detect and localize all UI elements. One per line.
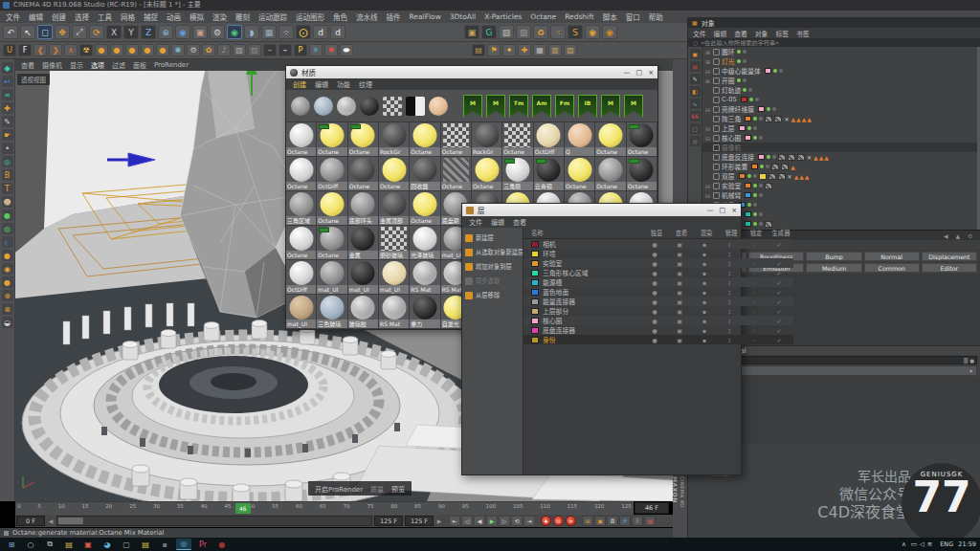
toolbar-icon-team-render[interactable]: ◉ — [227, 25, 242, 39]
layer-toggle-锁定[interactable]: ◦ — [742, 260, 767, 267]
layer-toggle-生成器[interactable]: ✓ — [767, 241, 791, 248]
material-swatch[interactable]: Octane — [348, 122, 379, 157]
material-swatch[interactable]: RockGr — [472, 122, 502, 157]
dope-sheet[interactable]: ⠿ — [632, 516, 643, 526]
layer-toggle-渲染[interactable]: ▪ — [692, 270, 717, 276]
transport-goto-end[interactable]: ⇥ — [523, 516, 535, 526]
menu-文件[interactable]: 文件 — [6, 11, 20, 22]
menu-运动图形[interactable]: 运动图形 — [296, 11, 324, 22]
object-search-row[interactable]: ○ «在此输入你所搜索的字符串» — [688, 38, 980, 47]
object-visibility-dot-render[interactable] — [743, 78, 746, 82]
toolbar-icon-star[interactable]: ✦ — [502, 44, 516, 56]
toolbar-icon-egg[interactable]: ⬬ — [340, 44, 353, 56]
material-swatch[interactable]: 底部环头 — [348, 191, 379, 226]
bookmark-flag-3[interactable]: Tm — [509, 95, 528, 118]
tray-caret-icon[interactable]: ∧ — [902, 540, 906, 548]
layer-toggle-渲染[interactable]: ▪ — [692, 260, 717, 267]
timeline-ruler[interactable]: 0510152025303540455055606570758085909510… — [15, 501, 634, 515]
taskbar-app-dark[interactable]: ▪ — [157, 539, 172, 550]
layer-toggle-锁定[interactable]: ◦ — [742, 318, 767, 324]
layer-toggle-管理[interactable]: ⁒ — [717, 279, 742, 286]
material-menu-功能[interactable]: 功能 — [337, 79, 350, 89]
object-visibility-dot-render[interactable] — [772, 107, 776, 111]
toolbar-icon-render-picture-viewer[interactable]: ▣ — [192, 25, 208, 39]
object-expander[interactable]: ⊟ — [704, 183, 711, 189]
object-visibility-dot-editor[interactable] — [753, 117, 757, 121]
layer-toggle-生成器[interactable]: ✓ — [767, 298, 791, 305]
object-visibility-dot-render[interactable] — [759, 222, 763, 226]
wave-logo[interactable]: ∿ — [690, 99, 701, 109]
tray-icon-3[interactable]: ≋ — [927, 540, 932, 548]
material-swatch[interactable]: mat_UI — [317, 260, 347, 295]
toolbar-icon-key-f[interactable]: F — [18, 44, 32, 56]
viewport-menu-选项[interactable]: 选项 — [91, 60, 104, 70]
bookmark-flag-7[interactable]: M — [601, 95, 620, 118]
material-swatch[interactable]: OctDiff — [534, 122, 565, 157]
toolbar-icon-plus[interactable]: ✚ — [518, 44, 531, 56]
object-visibility-dot-editor[interactable] — [753, 136, 757, 140]
close-button[interactable]: × — [648, 69, 654, 77]
toolbar-icon-gear[interactable]: ⚙ — [187, 44, 200, 56]
material-swatch[interactable]: mat_UI — [286, 295, 317, 329]
material-swatch[interactable]: Octane — [317, 122, 347, 157]
toolbar-icon-orange-tool-2[interactable]: ● — [110, 44, 123, 56]
tool-loop-tool[interactable]: ∞ — [2, 89, 13, 100]
texture-tag[interactable] — [778, 154, 786, 161]
layer-toggle-生成器[interactable]: ✓ — [767, 308, 791, 315]
object-visibility-dot-editor[interactable] — [753, 184, 757, 187]
tool-green-ring[interactable]: ◍ — [2, 223, 13, 234]
material-swatch[interactable]: RS Mat — [379, 295, 410, 329]
layer-toggle-独显[interactable]: ● — [642, 298, 667, 305]
object-row-中级心能量体[interactable]: ⊟中级心能量体 — [702, 66, 980, 76]
toolbar-icon-scale[interactable]: ⤢ — [72, 25, 87, 39]
object-visibility-dot-render[interactable] — [753, 126, 757, 130]
layer-row-相机[interactable]: 相机●▣▪⁒◦✓ — [523, 239, 793, 249]
material-swatch[interactable]: 金属 — [348, 226, 379, 260]
taskbar-cinema4d[interactable]: ◎ — [176, 539, 191, 550]
layer-toggle-管理[interactable]: ⁒ — [717, 260, 742, 267]
menu-选择[interactable]: 选择 — [75, 11, 89, 22]
object-visibility-dot-editor[interactable] — [747, 203, 751, 207]
material-swatch[interactable]: Octane — [627, 157, 657, 191]
layer-toggle-管理[interactable]: ⁒ — [717, 318, 742, 324]
layer-toggle-独显[interactable]: ● — [642, 337, 667, 343]
object-visibility-dot-render[interactable] — [748, 88, 752, 92]
layer-row-能量连接器[interactable]: 能量连接器●▣▪⁒◦✓ — [523, 297, 793, 306]
object-visibility-dot-editor[interactable] — [737, 50, 741, 54]
material-swatch[interactable]: RockGr — [379, 122, 410, 157]
preset-dots[interactable] — [429, 97, 448, 116]
layer-minimize-button[interactable]: — — [707, 207, 714, 214]
marker[interactable]: ▦ — [644, 516, 656, 526]
object-row-灯光[interactable]: ⊞灯光 — [702, 56, 980, 66]
tool-eye-sphere[interactable]: ◉ — [2, 263, 13, 275]
layer-row-核心圈[interactable]: 核心圈●▣▪⁒◦✓ — [523, 316, 793, 325]
layer-toggle-锁定[interactable]: ◦ — [742, 241, 767, 248]
layer-toggle-查看[interactable]: ▣ — [667, 289, 692, 296]
toolbar-icon-cluster[interactable]: ⁘ — [278, 25, 294, 39]
menu-创建[interactable]: 创建 — [52, 11, 66, 22]
toolbar-icon-coordinate-system[interactable]: ⊕ — [158, 25, 173, 39]
object-visibility-dot-editor[interactable] — [737, 59, 741, 63]
texture-tag[interactable] — [781, 164, 789, 170]
layer-toggle-管理[interactable]: ⁒ — [717, 308, 742, 315]
material-swatch[interactable]: 磨砂玻璃 — [379, 226, 410, 260]
layer-menu-文件[interactable]: 文件 — [469, 217, 482, 227]
tray-icon-1[interactable]: ▭ — [911, 540, 917, 548]
material-swatch[interactable]: 三角膜 — [502, 157, 533, 191]
taskbar-edge[interactable]: ◕ — [100, 539, 115, 550]
taskbar-app-darkred[interactable]: ● — [214, 539, 230, 550]
layer-toggle-查看[interactable]: ▣ — [667, 318, 692, 324]
attributes-nav-icons[interactable]: ◀ ▲ ⟲ — [944, 232, 975, 239]
preset-bw[interactable] — [406, 97, 425, 116]
object-visibility-dot-editor[interactable] — [753, 222, 757, 226]
tool-add-point[interactable]: ✚ — [2, 102, 13, 114]
material-menu-编辑[interactable]: 编辑 — [315, 79, 328, 89]
menu-运动跟踪[interactable]: 运动跟踪 — [258, 11, 287, 22]
material-swatch[interactable]: Octane — [441, 157, 472, 191]
taskbar-task-view[interactable]: ⧉ — [42, 539, 57, 550]
tool-hook-tool[interactable]: ↩ — [2, 76, 13, 87]
channel-button-common[interactable]: Common — [864, 263, 920, 273]
menu-编辑[interactable]: 编辑 — [29, 11, 43, 22]
material-swatch[interactable]: Octane — [286, 226, 317, 260]
menu-工具[interactable]: 工具 — [98, 11, 112, 22]
